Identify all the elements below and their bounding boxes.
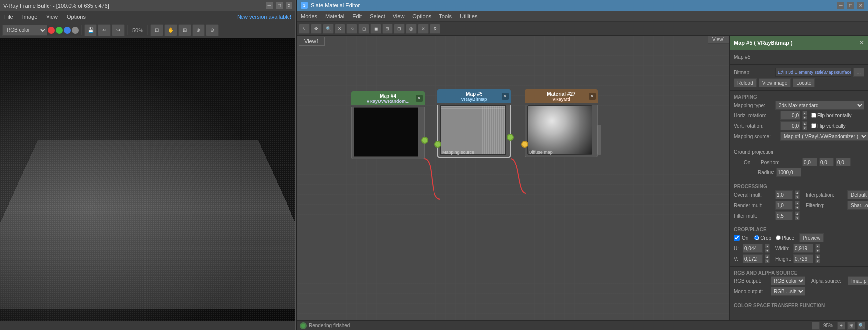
zoom-in-btn-bottom[interactable]: + [837, 322, 845, 330]
props-mapping-source-select[interactable]: Map #4 ( VRayUVWRandomizer ) [780, 132, 868, 141]
u-down[interactable]: ▼ [765, 248, 770, 253]
blue-channel-btn[interactable] [64, 27, 71, 34]
save-btn[interactable]: 💾 [84, 24, 97, 36]
region-btn[interactable]: ⊡ [150, 24, 163, 36]
sme-wire-btn[interactable]: ⎋ [346, 24, 357, 34]
props-filtering-select[interactable]: Shar...opic [847, 201, 868, 210]
sme-menu-select[interactable]: Select [368, 13, 387, 20]
node-vray-bitmap[interactable]: Map #5 VRayBitmap ✕ Mapping source [437, 89, 511, 158]
sme-menu-tools[interactable]: Tools [437, 13, 454, 20]
props-close-btn[interactable]: ✕ [859, 39, 864, 46]
node2-output-connector[interactable] [507, 134, 514, 141]
sme-menu-modes[interactable]: Modes [299, 13, 319, 20]
vert-rot-down[interactable]: ▼ [802, 126, 807, 130]
props-view-image-btn[interactable]: View image [759, 78, 791, 87]
props-overall-mult-input[interactable]: 1,0 [775, 190, 793, 199]
sme-menu-edit[interactable]: Edit [350, 13, 364, 20]
pan-btn[interactable]: ✋ [164, 24, 177, 36]
props-horiz-rot-input[interactable]: 0,0 [780, 111, 800, 120]
props-rgb-output-select[interactable]: RGB color [771, 276, 805, 285]
vfb-menu-image[interactable]: Image [20, 13, 40, 20]
props-height-input[interactable]: 0,726 [793, 254, 813, 263]
props-place-radio-label[interactable]: Place [776, 235, 794, 241]
props-alpha-source-select[interactable]: Ima...pha [848, 276, 868, 285]
vert-rot-up[interactable]: ▲ [802, 121, 807, 126]
node1-output-connector[interactable] [421, 137, 428, 144]
zoom-out-btn-bottom[interactable]: - [812, 322, 820, 330]
v-down[interactable]: ▼ [765, 259, 770, 263]
props-preview-btn[interactable]: Preview [799, 233, 824, 242]
props-flip-h-checkbox[interactable] [811, 113, 816, 118]
sme-minimize-btn[interactable]: ─ [837, 2, 844, 9]
sme-close-btn[interactable]: ✕ [857, 2, 864, 9]
node-vray-mtl[interactable]: Material #27 VRayMtl ✕ Diffuse map [525, 89, 598, 157]
vfb-close-btn[interactable]: ✕ [286, 2, 292, 9]
sme-x-btn[interactable]: ✕ [418, 24, 429, 34]
zoom-menu-btn[interactable]: 🔍 [857, 322, 865, 330]
node3-input-connector[interactable] [521, 141, 528, 148]
props-interpolation-select[interactable]: Default [847, 190, 868, 199]
props-crop-on-checkbox[interactable] [734, 235, 740, 241]
sme-move-btn[interactable]: ✥ [311, 24, 322, 34]
sme-zoom-btn[interactable]: 🔍 [323, 24, 334, 34]
sme-select-btn[interactable]: ↖ [299, 24, 310, 34]
props-vert-rot-input[interactable]: 0,0 [780, 121, 800, 130]
props-locate-btn[interactable]: Locate [793, 78, 815, 87]
alpha-channel-btn[interactable] [72, 27, 79, 34]
sme-lay1-btn[interactable]: ⊞ [382, 24, 393, 34]
node2-input-connector[interactable] [434, 141, 441, 148]
props-gp-z-input[interactable]: 0,0 [836, 158, 851, 166]
props-filter-mult-input[interactable]: 0,5 [775, 211, 793, 220]
zoom-in-btn[interactable]: ⊕ [192, 24, 205, 36]
sme-menu-options[interactable]: Options [410, 13, 433, 20]
red-channel-btn[interactable] [48, 27, 55, 34]
props-v-input[interactable]: 0,172 [743, 254, 763, 263]
vfb-menu-file[interactable]: File [2, 13, 15, 20]
node1-close-btn[interactable]: ✕ [416, 95, 423, 102]
node-canvas[interactable]: View1 View1 Map #4 VRayUVWRandom... ✕ [297, 36, 729, 320]
height-up[interactable]: ▲ [815, 254, 820, 259]
sme-menu-view[interactable]: View [391, 13, 407, 20]
sme-hide-btn[interactable]: ◻ [358, 24, 369, 34]
node3-right-handle[interactable] [597, 125, 601, 155]
undo-btn[interactable]: ↩ [98, 24, 111, 36]
vfb-maximize-btn[interactable]: □ [276, 2, 283, 9]
sme-mat-btn[interactable]: ◎ [406, 24, 417, 34]
render-mult-up[interactable]: ▲ [795, 201, 800, 205]
horiz-rot-up[interactable]: ▲ [802, 111, 807, 115]
width-down[interactable]: ▼ [815, 248, 820, 253]
render-mult-down[interactable]: ▼ [795, 205, 800, 210]
u-up[interactable]: ▲ [765, 244, 770, 248]
props-browse-btn[interactable]: ... [853, 68, 864, 77]
node2-close-btn[interactable]: ✕ [502, 93, 509, 100]
filter-mult-down[interactable]: ▼ [795, 216, 800, 220]
props-place-radio[interactable] [776, 235, 781, 240]
horiz-rot-down[interactable]: ▼ [802, 115, 807, 120]
color-mode-select[interactable]: RGB color [2, 25, 47, 36]
vfb-menu-options[interactable]: Options [65, 13, 88, 20]
width-up[interactable]: ▲ [815, 244, 820, 248]
sme-lay2-btn[interactable]: ⊡ [394, 24, 405, 34]
node-uvw-random[interactable]: Map #4 VRayUVWRandom... ✕ [351, 91, 425, 159]
props-width-input[interactable]: 0,919 [793, 244, 813, 253]
sme-delete-btn[interactable]: ✕ [335, 24, 345, 34]
props-render-mult-input[interactable]: 1,0 [775, 201, 793, 210]
sme-show-btn[interactable]: ◼ [370, 24, 381, 34]
zoom-out-btn[interactable]: ⊖ [206, 24, 219, 36]
props-gp-y-input[interactable]: 0,0 [819, 158, 834, 166]
vfb-menu-view[interactable]: View [44, 13, 60, 20]
redo-btn[interactable]: ↪ [112, 24, 125, 36]
props-u-input[interactable]: 0,044 [743, 244, 763, 253]
v-up[interactable]: ▲ [765, 254, 770, 259]
props-flip-v-checkbox[interactable] [811, 123, 816, 128]
props-mono-output-select[interactable]: RGB ...sity [771, 287, 805, 296]
height-down[interactable]: ▼ [815, 259, 820, 263]
green-channel-btn[interactable] [56, 27, 63, 34]
filter-mult-up[interactable]: ▲ [795, 211, 800, 216]
view1-tab[interactable]: View1 [299, 37, 325, 46]
node3-close-btn[interactable]: ✕ [589, 93, 596, 100]
sme-maximize-btn[interactable]: □ [847, 2, 854, 9]
overall-mult-down[interactable]: ▼ [795, 195, 800, 199]
zoom-fit-btn[interactable]: ⊞ [178, 24, 191, 36]
props-gp-radius-input[interactable]: 1000,0 [776, 168, 801, 177]
